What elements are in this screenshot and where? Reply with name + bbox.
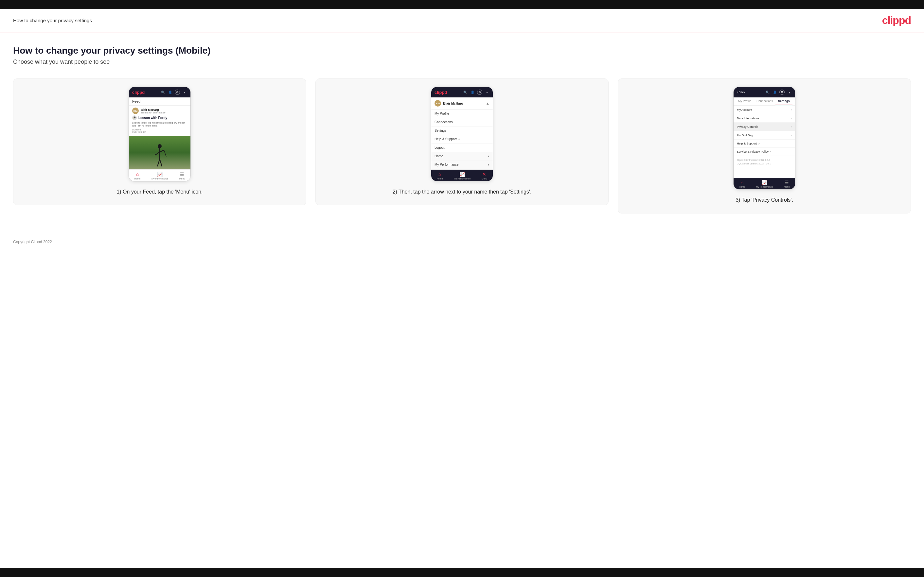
copyright: Copyright Clippd 2022 — [13, 240, 52, 244]
chevron-down-icon-2: ▾ — [484, 90, 489, 95]
settings-item-dataintegrations[interactable]: Data Integrations › — [733, 114, 795, 122]
menu-user-row: BM Blair McHarg ▲ — [431, 97, 493, 110]
settings-icon-3: ⚙ — [779, 90, 785, 95]
external-icon-help: ↗ — [758, 143, 760, 145]
chevron-down-icon-3: ▾ — [787, 90, 792, 95]
tab-settings[interactable]: Settings — [775, 97, 793, 105]
expand-icon: ▲ — [486, 102, 489, 105]
feed-tab-label: Feed — [129, 97, 191, 106]
feed-duration: Duration01 hr : 30 min — [132, 129, 187, 133]
feed-desc: Looking to feel like my hands are exitin… — [132, 121, 187, 127]
footer-menu-label-2: Menu — [481, 177, 488, 180]
avatar-2: BM — [435, 100, 441, 106]
search-icon-2: 🔍 — [463, 90, 468, 95]
version-line1: Clippd Client Version: 2022.8.3-3 — [737, 158, 792, 162]
golf-figure — [152, 143, 168, 169]
menu-user-name: Blair McHarg — [443, 102, 463, 105]
person-icon-3: 👤 — [772, 90, 777, 95]
phone-2-logo: clippd — [435, 90, 447, 95]
footer-home-label: Home — [134, 177, 141, 180]
dropdown-performance-label: My Performance — [435, 163, 459, 166]
settings-icon-2: ⚙ — [477, 90, 482, 95]
settings-icon: ⚙ — [175, 90, 180, 95]
settings-item-myaccount[interactable]: My Account › — [733, 106, 795, 114]
phone-1-header: clippd 🔍 👤 ⚙ ▾ — [129, 87, 191, 97]
external-link-icon: ↗ — [458, 138, 460, 141]
footer-home-label-2: Home — [437, 177, 443, 180]
menu-dropdown-performance: My Performance ▾ — [431, 161, 493, 169]
serviceprivacy-label: Service & Privacy Policy ↗ — [737, 150, 772, 153]
main-content: How to change your privacy settings (Mob… — [0, 32, 924, 233]
logo: clippd — [882, 15, 911, 26]
phone-2-footer: ⌂ Home 📈 My Performance ✕ Menu — [431, 169, 493, 181]
header: How to change your privacy settings clip… — [0, 9, 924, 32]
steps-container: clippd 🔍 👤 ⚙ ▾ Feed BM — [13, 79, 911, 213]
top-bar — [0, 0, 924, 9]
phone-2-header: clippd 🔍 👤 ⚙ ▾ — [431, 87, 493, 97]
menu-icon: ☰ — [180, 172, 184, 177]
feed-user-info: Blair McHarg Yesterday · Sunningdale — [141, 108, 166, 114]
footer-performance-3: 📈 My Performance — [756, 180, 773, 188]
tab-myprofile[interactable]: My Profile — [735, 97, 754, 105]
settings-tabs: My Profile Connections Settings — [733, 97, 795, 106]
step-2-phone: clippd 🔍 👤 ⚙ ▾ BM Blair McHarg — [431, 87, 493, 181]
person-icon: 👤 — [168, 90, 173, 95]
tab-connections[interactable]: Connections — [754, 97, 775, 105]
phone-1-footer: ⌂ Home 📈 My Performance ☰ Menu — [129, 169, 191, 181]
myaccount-label: My Account — [737, 108, 752, 111]
feed-post: BM Blair McHarg Yesterday · Sunningdale … — [129, 106, 191, 136]
chevron-down-home: ▾ — [488, 155, 489, 158]
menu-item-logout: Logout — [431, 143, 493, 152]
settings-back-bar: ‹ Back 🔍 👤 ⚙ ▾ — [733, 87, 795, 97]
svg-point-0 — [158, 144, 162, 148]
feed-golf-image — [129, 136, 191, 169]
lesson-icon: 🎓 — [132, 115, 137, 120]
step-2-caption: 2) Then, tap the arrow next to your name… — [393, 188, 532, 196]
footer-menu-2: ✕ Menu — [481, 172, 488, 180]
phone-1-body: Feed BM Blair McHarg Yesterday · Sunning… — [129, 97, 191, 169]
svg-line-4 — [164, 150, 166, 156]
search-icon: 🔍 — [160, 90, 166, 95]
performance-icon: 📈 — [157, 172, 163, 177]
feed-lesson-title: Lesson with Fordy — [138, 116, 167, 120]
footer-menu-label-3: Menu — [784, 186, 790, 188]
footer-menu-label: Menu — [179, 177, 185, 180]
step-1-caption: 1) On your Feed, tap the 'Menu' icon. — [116, 188, 202, 196]
footer-menu: ☰ Menu — [179, 172, 185, 180]
step-2-card: clippd 🔍 👤 ⚙ ▾ BM Blair McHarg — [315, 79, 609, 205]
settings-item-mygolfbag[interactable]: My Golf Bag › — [733, 131, 795, 140]
footer-home-2: ⌂ Home — [437, 172, 443, 180]
version-line2: GQL Server Version: 2022.7.30-1 — [737, 162, 792, 166]
feed-user-sub: Yesterday · Sunningdale — [141, 111, 166, 114]
home-icon-2: ⌂ — [438, 172, 441, 177]
avatar: BM — [132, 108, 139, 114]
menu-item-connections: Connections — [431, 118, 493, 127]
step-3-phone: ‹ Back 🔍 👤 ⚙ ▾ My Profile Connections Se… — [733, 87, 795, 190]
menu-dropdown-home: Home ▾ — [431, 152, 493, 161]
version-info: Clippd Client Version: 2022.8.3-3 GQL Se… — [733, 156, 795, 168]
back-button[interactable]: ‹ Back — [737, 90, 745, 94]
phone-3-footer: ⌂ Home 📈 My Performance ☰ Menu — [733, 177, 795, 189]
person-icon-2: 👤 — [470, 90, 475, 95]
settings-item-privacycontrols[interactable]: Privacy Controls › — [733, 122, 795, 131]
settings-item-serviceprivacy[interactable]: Service & Privacy Policy ↗ — [733, 148, 795, 156]
footer-performance-2: 📈 My Performance — [454, 172, 470, 180]
chevron-down-icon: ▾ — [182, 90, 187, 95]
page-subheading: Choose what you want people to see — [13, 58, 911, 65]
chevron-dataintegrations: › — [791, 116, 792, 120]
settings-item-helpsupport2[interactable]: Help & Support ↗ — [733, 140, 795, 148]
footer-menu-3: ☰ Menu — [784, 180, 790, 188]
step-3-card: ‹ Back 🔍 👤 ⚙ ▾ My Profile Connections Se… — [618, 79, 911, 213]
phone-3-body: My Account › Data Integrations › Privacy… — [733, 106, 795, 177]
chevron-mygolfbag: › — [791, 134, 792, 137]
performance-icon-2: 📈 — [459, 172, 465, 177]
menu-icon-3: ☰ — [785, 180, 789, 185]
privacycontrols-label: Privacy Controls — [737, 125, 758, 129]
phone-1-icons: 🔍 👤 ⚙ ▾ — [160, 90, 187, 95]
svg-line-2 — [155, 152, 160, 155]
svg-line-6 — [160, 159, 162, 166]
mygolfbag-label: My Golf Bag — [737, 134, 753, 137]
svg-line-5 — [157, 159, 160, 166]
header-title: How to change your privacy settings — [13, 18, 92, 23]
phone-2-body: BM Blair McHarg ▲ My Profile Connections… — [431, 97, 493, 169]
